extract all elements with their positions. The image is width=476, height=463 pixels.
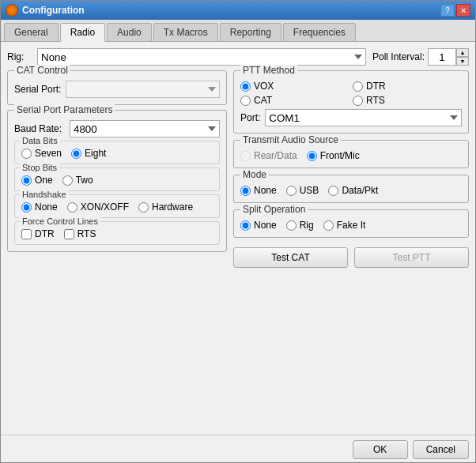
force-dtr-label: DTR: [35, 228, 55, 239]
stop-bits-one-radio[interactable]: [21, 175, 32, 186]
data-bits-eight-label: Eight: [85, 148, 106, 159]
ptt-dtr[interactable]: DTR: [353, 81, 462, 92]
ptt-vox-radio[interactable]: [240, 81, 251, 92]
mode-usb-radio[interactable]: [286, 186, 297, 196]
test-buttons-row: Test CAT Test PTT: [233, 247, 469, 268]
mode-none[interactable]: None: [240, 185, 277, 196]
split-rig-radio[interactable]: [286, 220, 297, 231]
tab-tx-macros[interactable]: Tx Macros: [153, 23, 218, 41]
split-rig[interactable]: Rig: [286, 220, 314, 231]
ptt-vox-label: VOX: [254, 81, 274, 92]
mode-usb-label: USB: [300, 185, 319, 196]
tab-bar: General Radio Audio Tx Macros Reporting …: [1, 20, 475, 42]
title-bar: Configuration ? ✕: [1, 1, 475, 20]
handshake-title: Handshake: [20, 190, 69, 199]
data-bits-eight-radio[interactable]: [71, 149, 81, 159]
stop-bits-one[interactable]: One: [21, 175, 53, 186]
ptt-cat-label: CAT: [254, 95, 272, 106]
split-operation-title: Split Operation: [240, 204, 308, 215]
ptt-cat[interactable]: CAT: [240, 95, 349, 106]
bottom-buttons: OK Cancel: [1, 435, 475, 462]
mode-usb[interactable]: USB: [286, 185, 319, 196]
serial-port-select[interactable]: [66, 81, 220, 98]
handshake-xon[interactable]: XON/XOFF: [67, 201, 129, 213]
mode-none-label: None: [254, 185, 277, 196]
ptt-vox[interactable]: VOX: [240, 81, 349, 92]
mode-group: Mode None USB Data/Pkt: [233, 175, 469, 203]
main-content: Rig: None Poll Interval: 1 ▲ ▼: [1, 42, 475, 435]
ptt-rts[interactable]: RTS: [353, 95, 462, 106]
split-none[interactable]: None: [240, 220, 277, 231]
ptt-port-label: Port:: [240, 112, 260, 123]
baud-row: Baud Rate: 4800 9600 19200 38400 57600 1…: [14, 120, 220, 137]
force-rts[interactable]: RTS: [64, 228, 96, 239]
stop-bits-radio-group: One Two: [21, 175, 213, 186]
stop-bits-two-radio[interactable]: [62, 175, 73, 186]
mode-title: Mode: [240, 169, 269, 180]
app-icon: [6, 4, 18, 17]
split-fake-it[interactable]: Fake It: [323, 220, 366, 231]
ptt-dtr-radio[interactable]: [353, 81, 363, 92]
handshake-none-radio[interactable]: [21, 202, 32, 213]
split-fake-it-radio[interactable]: [323, 220, 334, 231]
poll-input[interactable]: 1: [428, 48, 456, 66]
configuration-window: Configuration ? ✕ General Radio Audio Tx…: [0, 0, 476, 463]
handshake-hw-radio[interactable]: [138, 202, 149, 213]
mode-data-pkt[interactable]: Data/Pkt: [328, 185, 378, 196]
spinner-up[interactable]: ▲: [456, 48, 469, 57]
handshake-none[interactable]: None: [21, 201, 58, 213]
split-none-radio[interactable]: [240, 220, 251, 231]
force-control-group: Force Control Lines DTR RTS: [14, 221, 220, 245]
force-control-title: Force Control Lines: [20, 216, 100, 226]
ptt-rts-radio[interactable]: [353, 96, 363, 106]
ok-button[interactable]: OK: [353, 440, 408, 459]
close-button[interactable]: ✕: [456, 4, 470, 17]
tab-audio[interactable]: Audio: [107, 23, 152, 41]
data-bits-seven-radio[interactable]: [21, 149, 32, 159]
ptt-cat-radio[interactable]: [240, 96, 251, 106]
rig-label: Rig:: [7, 51, 31, 62]
audio-rear-radio[interactable]: [240, 151, 251, 161]
baud-select[interactable]: 4800 9600 19200 38400 57600 115200: [70, 120, 220, 137]
rig-select[interactable]: None: [37, 48, 366, 66]
audio-front-radio[interactable]: [307, 151, 317, 161]
mode-radios: None USB Data/Pkt: [240, 185, 462, 196]
window-title: Configuration: [22, 5, 85, 16]
tab-reporting[interactable]: Reporting: [220, 23, 281, 41]
transmit-audio-group: Transmit Audio Source Rear/Data Front/Mi…: [233, 140, 469, 168]
mode-data-pkt-radio[interactable]: [328, 186, 338, 196]
main-panels: CAT Control Serial Port: Serial Port Par…: [7, 70, 469, 428]
transmit-audio-title: Transmit Audio Source: [240, 134, 341, 145]
audio-rear-label: Rear/Data: [254, 150, 297, 161]
cat-control-title: CAT Control: [14, 65, 70, 76]
handshake-xon-radio[interactable]: [67, 202, 77, 213]
mode-none-radio[interactable]: [240, 186, 251, 196]
handshake-hw[interactable]: Hardware: [138, 201, 193, 213]
test-cat-button[interactable]: Test CAT: [233, 247, 348, 268]
audio-rear[interactable]: Rear/Data: [240, 150, 297, 161]
force-dtr[interactable]: DTR: [21, 228, 55, 239]
ptt-port-select[interactable]: COM1: [265, 109, 462, 126]
spinner-buttons: ▲ ▼: [456, 48, 469, 66]
data-bits-eight[interactable]: Eight: [71, 148, 106, 159]
tab-frequencies[interactable]: Frequencies: [283, 23, 356, 41]
tab-radio[interactable]: Radio: [60, 23, 105, 42]
help-button[interactable]: ?: [440, 4, 455, 17]
rig-row: Rig: None Poll Interval: 1 ▲ ▼: [7, 48, 469, 66]
tab-general[interactable]: General: [4, 23, 59, 41]
force-dtr-checkbox[interactable]: [21, 229, 32, 239]
cancel-button[interactable]: Cancel: [413, 440, 469, 459]
poll-row: Poll Interval: 1 ▲ ▼: [372, 48, 469, 66]
stop-bits-one-label: One: [35, 175, 53, 186]
serial-port-label: Serial Port:: [14, 84, 61, 95]
audio-front-label: Front/Mic: [320, 150, 360, 161]
handshake-xon-label: XON/XOFF: [81, 201, 129, 213]
spinner-down[interactable]: ▼: [456, 57, 469, 66]
stop-bits-two[interactable]: Two: [62, 175, 93, 186]
test-ptt-button[interactable]: Test PTT: [354, 247, 469, 268]
audio-front[interactable]: Front/Mic: [307, 150, 360, 161]
poll-spinner: 1 ▲ ▼: [428, 48, 469, 66]
data-bits-seven[interactable]: Seven: [21, 148, 62, 159]
ptt-method-title: PTT Method: [240, 65, 297, 76]
force-rts-checkbox[interactable]: [64, 229, 74, 239]
